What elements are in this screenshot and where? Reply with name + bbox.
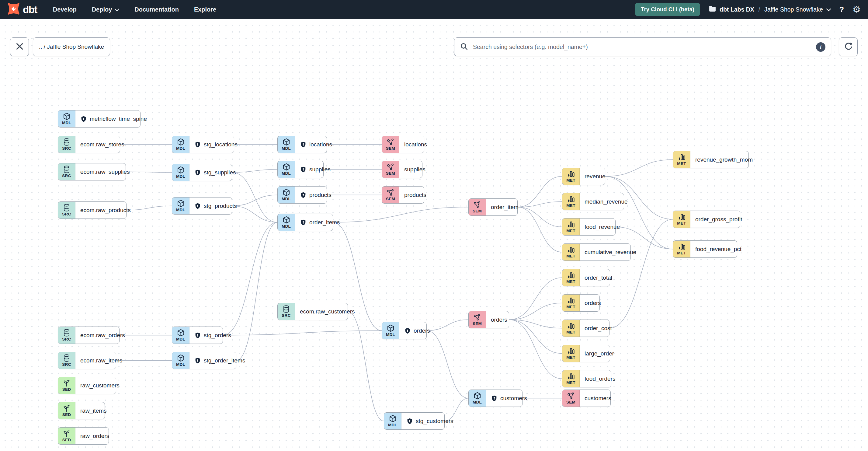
model-cube-icon (282, 138, 290, 146)
met-badge: MET (562, 193, 580, 210)
node-body: metricflow_time_spine (75, 111, 152, 127)
dbt-logo[interactable]: dbt (7, 2, 37, 17)
node-met-revenue_growth_mom[interactable]: METrevenue_growth_mom (673, 151, 749, 168)
node-met-order_total[interactable]: METorder_total (562, 269, 610, 287)
node-mdl-stg_orders[interactable]: MDLstg_orders (172, 327, 223, 344)
node-sem-order_item[interactable]: SEMorder_item (468, 199, 518, 216)
node-label: stg_locations (204, 141, 238, 148)
edge-sem-orders--met-order_total (509, 278, 562, 320)
try-cloud-cli-button[interactable]: Try Cloud CLI (beta) (635, 3, 700, 16)
semantic-model-graph-icon (386, 188, 395, 197)
node-met-cumulative_revenue[interactable]: METcumulative_revenue (562, 243, 631, 261)
sem-badge: SEM (469, 199, 486, 215)
node-met-order_cost[interactable]: METorder_cost (562, 320, 610, 337)
info-icon[interactable]: i (816, 42, 826, 52)
node-body: ecom.raw_products (75, 202, 136, 218)
sem-badge: SEM (382, 186, 399, 203)
node-sem-locations[interactable]: SEMlocations (382, 136, 424, 153)
edge-mdl-stg_orders--mdl-order_items (223, 222, 277, 335)
node-body: raw_orders (75, 427, 114, 444)
node-src-ecom.raw_stores[interactable]: SRCecom.raw_stores (58, 136, 120, 153)
node-type-label: MET (566, 178, 575, 183)
node-type-label: SEM (473, 209, 482, 214)
src-badge: SRC (58, 136, 75, 153)
node-label: revenue_growth_mom (695, 156, 753, 163)
met-badge: MET (562, 168, 580, 185)
node-sem-products[interactable]: SEMproducts (382, 186, 424, 204)
node-met-revenue[interactable]: METrevenue (562, 168, 605, 185)
edge-sem-order_item--met-median_revenue (518, 202, 562, 207)
node-met-food_revenue_pct[interactable]: METfood_revenue_pct (673, 240, 737, 258)
menu-item-develop[interactable]: Develop (53, 6, 76, 13)
node-mdl-stg_locations[interactable]: MDLstg_locations (172, 136, 234, 153)
node-sem-supplies[interactable]: SEMsupplies (382, 161, 423, 178)
node-body: food_revenue (580, 218, 625, 235)
breadcrumb[interactable]: .. / Jaffle Shop Snowflake (33, 37, 110, 56)
node-body: raw_items (75, 402, 112, 419)
menu-item-deploy[interactable]: Deploy (92, 6, 120, 13)
node-met-large_order[interactable]: METlarge_order (562, 345, 610, 362)
menu-item-explore[interactable]: Explore (194, 6, 216, 13)
met-badge: MET (562, 269, 580, 286)
node-label: metricflow_time_spine (90, 116, 147, 122)
node-src-ecom.raw_products[interactable]: SRCecom.raw_products (58, 202, 126, 219)
node-sed-raw_items[interactable]: SEDraw_items (58, 402, 105, 419)
model-cube-icon (177, 166, 185, 174)
node-met-orders[interactable]: METorders (562, 294, 600, 312)
node-mdl-products[interactable]: MDLproducts (277, 186, 327, 204)
metric-bars-icon (567, 246, 575, 254)
node-src-ecom.raw_supplies[interactable]: SRCecom.raw_supplies (58, 163, 126, 180)
node-met-order_gross_profit[interactable]: METorder_gross_profit (673, 211, 740, 228)
node-mdl-locations[interactable]: MDLlocations (277, 136, 327, 153)
node-met-median_revenue[interactable]: METmedian_revenue (562, 193, 624, 210)
edge-sem-orders--met-large_order (509, 320, 562, 354)
node-label: customers (585, 395, 611, 402)
node-body: ecom.raw_customers (295, 303, 360, 320)
sed-badge: SED (58, 427, 75, 444)
node-mdl-metricflow_time_spine[interactable]: MDLmetricflow_time_spine (58, 110, 141, 127)
node-label: median_revenue (585, 199, 628, 205)
node-label: cumulative_revenue (585, 249, 636, 255)
node-mdl-stg_order_items[interactable]: MDLstg_order_items (172, 352, 236, 369)
node-sed-raw_orders[interactable]: SEDraw_orders (58, 427, 109, 445)
node-sem-customers[interactable]: SEMcustomers (562, 390, 611, 407)
menu-item-documentation[interactable]: Documentation (134, 6, 179, 13)
edge-mdl-orders--mdl-customers (427, 331, 468, 398)
edge-sem-orders--met-orders (509, 303, 562, 320)
node-body: stg_supplies (189, 164, 241, 181)
account-project-switcher[interactable]: dbt Labs DX / Jaffle Shop Snowflake (709, 5, 831, 13)
node-type-label: MET (677, 161, 686, 166)
refresh-lineage-button[interactable] (839, 37, 858, 56)
node-mdl-customers[interactable]: MDLcustomers (468, 390, 523, 407)
node-src-ecom.raw_customers[interactable]: SRCecom.raw_customers (277, 303, 348, 320)
metric-bars-icon (567, 220, 575, 229)
source-database-icon (63, 138, 70, 146)
source-database-icon (63, 329, 70, 337)
node-label: orders (585, 300, 601, 306)
node-met-food_orders[interactable]: METfood_orders (562, 370, 611, 387)
shield-icon (80, 116, 87, 122)
node-body: orders (399, 322, 435, 339)
node-mdl-order_items[interactable]: MDLorder_items (277, 214, 333, 231)
help-icon[interactable]: ? (839, 6, 844, 13)
node-body: supplies (295, 161, 336, 178)
search-input[interactable] (472, 43, 812, 51)
node-mdl-stg_products[interactable]: MDLstg_products (172, 197, 232, 214)
gear-icon[interactable]: ⚙ (852, 5, 861, 14)
node-mdl-supplies[interactable]: MDLsupplies (277, 161, 323, 178)
node-label: order_items (309, 219, 340, 226)
node-sed-raw_customers[interactable]: SEDraw_customers (58, 377, 116, 394)
node-src-ecom.raw_items[interactable]: SRCecom.raw_items (58, 352, 116, 369)
node-type-label: MET (566, 381, 575, 385)
node-label: ecom.raw_products (80, 207, 131, 214)
close-lineage-button[interactable] (10, 37, 29, 56)
shield-icon (194, 332, 201, 339)
node-mdl-stg_customers[interactable]: MDLstg_customers (384, 412, 445, 430)
navbar-right: Try Cloud CLI (beta) dbt Labs DX / Jaffl… (635, 3, 861, 16)
node-src-ecom.raw_orders[interactable]: SRCecom.raw_orders (58, 327, 120, 344)
node-body: locations (295, 136, 337, 153)
node-mdl-stg_supplies[interactable]: MDLstg_supplies (172, 164, 232, 181)
node-met-food_revenue[interactable]: METfood_revenue (562, 218, 616, 236)
node-mdl-orders[interactable]: MDLorders (382, 322, 427, 339)
node-sem-orders[interactable]: SEMorders (468, 311, 509, 328)
